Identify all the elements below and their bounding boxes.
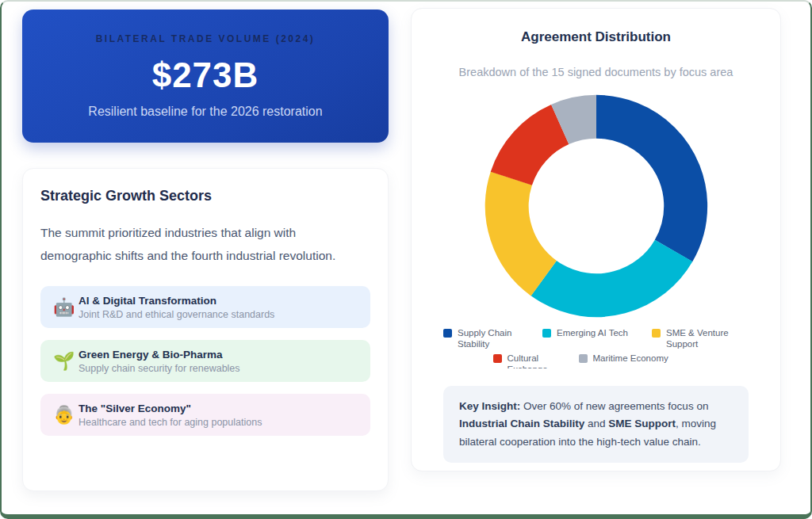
- donut-chart[interactable]: [480, 90, 713, 322]
- legend-item-0[interactable]: Supply Chain Stability: [443, 327, 542, 350]
- sectors-card-title: Strategic Growth Sectors: [40, 188, 370, 204]
- sector-item-2: 👵The "Silver Economy"Healthcare and tech…: [40, 394, 370, 436]
- dashboard: BILATERAL TRADE VOLUME (2024) $273B Resi…: [22, 8, 781, 491]
- insight-bold-text: Industrial Chain Stability: [459, 418, 584, 429]
- legend-swatch-icon: [443, 329, 452, 338]
- trade-volume-value: $273B: [152, 55, 259, 95]
- right-column: Agreement Distribution Breakdown of the …: [411, 8, 781, 491]
- strategic-sectors-card: Strategic Growth Sectors The summit prio…: [22, 168, 389, 491]
- sector-item-title: Green Energy & Bio-Pharma: [79, 349, 240, 361]
- key-insight-box: Key Insight: Over 60% of new agreements …: [443, 386, 749, 463]
- sector-item-title: The "Silver Economy": [79, 403, 262, 414]
- legend-swatch-icon: [493, 354, 502, 363]
- sector-item-title: AI & Digital Transformation: [79, 295, 274, 307]
- legend-swatch-icon: [579, 354, 588, 363]
- legend-label: Maritime Economy: [593, 353, 668, 364]
- left-column: BILATERAL TRADE VOLUME (2024) $273B Resi…: [22, 8, 389, 491]
- seedling-icon: 🌱: [53, 353, 79, 370]
- legend-item-3[interactable]: Cultural Exchange: [493, 353, 579, 368]
- legend-swatch-icon: [652, 329, 661, 338]
- insight-text: Over 60% of new agreements focus on: [520, 400, 708, 412]
- insight-bold-text: Key Insight:: [459, 400, 520, 412]
- robot-icon: 🤖: [53, 299, 79, 316]
- agreement-distribution-card: Agreement Distribution Breakdown of the …: [411, 8, 781, 471]
- sector-item-subtitle: Supply chain security for renewables: [79, 363, 240, 374]
- legend-label: Supply Chain Stability: [458, 327, 521, 350]
- legend-item-4[interactable]: Maritime Economy: [579, 353, 699, 368]
- distribution-subtitle: Breakdown of the 15 signed documents by …: [429, 66, 763, 78]
- trade-volume-label: BILATERAL TRADE VOLUME (2024): [96, 33, 316, 44]
- sector-list: 🤖AI & Digital TransformationJoint R&D an…: [40, 286, 370, 436]
- legend-label: Emerging AI Tech: [557, 327, 628, 338]
- sector-item-subtitle: Joint R&D and ethical governance standar…: [79, 309, 274, 320]
- elderly-woman-icon: 👵: [53, 406, 79, 424]
- sectors-card-description: The summit prioritized industries that a…: [40, 222, 370, 267]
- sector-item-subtitle: Healthcare and tech for aging population…: [79, 417, 262, 428]
- trade-volume-caption: Resilient baseline for the 2026 restorat…: [88, 105, 322, 119]
- legend-item-1[interactable]: Emerging AI Tech: [542, 327, 652, 350]
- legend-item-2[interactable]: SME & Venture Support: [652, 327, 749, 350]
- trade-volume-card: BILATERAL TRADE VOLUME (2024) $273B Resi…: [22, 10, 389, 143]
- insight-bold-text: SME Support: [608, 418, 676, 429]
- legend-label: SME & Venture Support: [666, 327, 739, 350]
- legend-label: Cultural Exchange: [508, 353, 553, 368]
- legend-swatch-icon: [542, 329, 551, 338]
- chart-legend: Supply Chain StabilityEmerging AI TechSM…: [434, 327, 759, 368]
- sector-item-0: 🤖AI & Digital TransformationJoint R&D an…: [40, 286, 370, 328]
- sector-item-1: 🌱Green Energy & Bio-PharmaSupply chain s…: [40, 340, 370, 382]
- donut-chart-area: [429, 90, 763, 322]
- insight-text: and: [584, 418, 608, 429]
- distribution-title: Agreement Distribution: [429, 29, 763, 45]
